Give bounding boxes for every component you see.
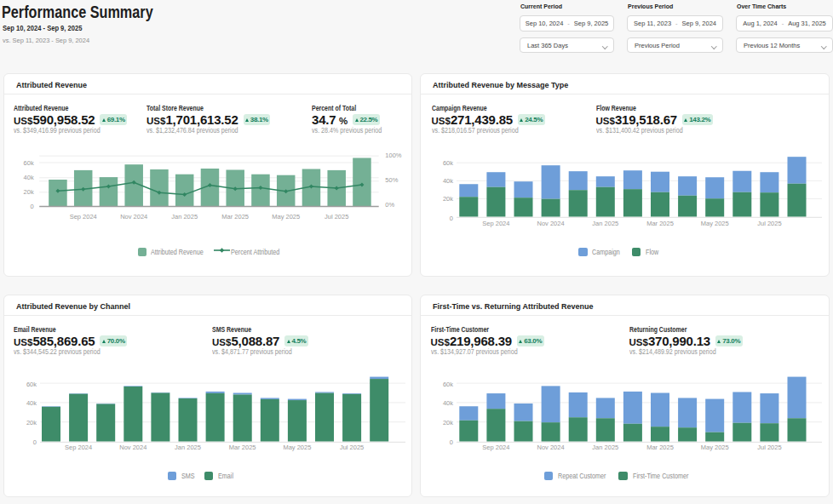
svg-text:Nov 2024: Nov 2024	[119, 444, 146, 451]
svg-text:Nov 2024: Nov 2024	[537, 220, 565, 227]
svg-text:Mar 2025: Mar 2025	[646, 220, 674, 227]
svg-text:40k: 40k	[443, 177, 453, 185]
svg-text:Jan 2025: Jan 2025	[171, 213, 198, 220]
svg-text:20k: 20k	[443, 195, 453, 203]
svg-text:60k: 60k	[443, 159, 453, 167]
svg-text:May 2025: May 2025	[701, 444, 729, 451]
svg-text:20k: 20k	[24, 188, 34, 196]
svg-text:Mar 2025: Mar 2025	[229, 444, 256, 451]
svg-text:Nov 2024: Nov 2024	[537, 444, 565, 451]
svg-text:0%: 0%	[385, 201, 394, 209]
svg-text:Jul 2025: Jul 2025	[757, 220, 781, 227]
svg-text:60k: 60k	[26, 381, 37, 388]
svg-text:Sep 2024: Sep 2024	[482, 220, 509, 227]
svg-text:Jan 2025: Jan 2025	[592, 444, 618, 451]
svg-text:Mar 2025: Mar 2025	[646, 444, 674, 451]
svg-text:Sep 2024: Sep 2024	[70, 213, 97, 220]
svg-text:0: 0	[31, 203, 34, 210]
svg-text:Mar 2025: Mar 2025	[221, 213, 249, 220]
svg-text:Jul 2025: Jul 2025	[340, 444, 364, 451]
svg-text:May 2025: May 2025	[283, 444, 311, 451]
svg-text:40k: 40k	[443, 399, 453, 407]
svg-text:40k: 40k	[24, 174, 34, 181]
svg-text:20k: 20k	[26, 419, 37, 427]
svg-text:Sep 2024: Sep 2024	[65, 444, 92, 451]
svg-text:60k: 60k	[24, 159, 34, 167]
svg-text:40k: 40k	[26, 399, 37, 407]
svg-text:Jul 2025: Jul 2025	[325, 213, 348, 220]
svg-text:May 2025: May 2025	[272, 213, 300, 220]
svg-text:May 2025: May 2025	[701, 220, 729, 227]
svg-text:0: 0	[450, 215, 453, 222]
svg-text:0: 0	[33, 438, 37, 446]
svg-text:20k: 20k	[443, 419, 453, 427]
svg-text:Jan 2025: Jan 2025	[592, 220, 618, 227]
svg-text:100%: 100%	[385, 152, 402, 159]
svg-text:0: 0	[450, 438, 453, 446]
svg-text:Jul 2025: Jul 2025	[757, 444, 781, 451]
svg-text:50%: 50%	[385, 176, 398, 184]
svg-text:Nov 2024: Nov 2024	[120, 213, 147, 220]
svg-text:Jan 2025: Jan 2025	[175, 444, 201, 451]
svg-text:60k: 60k	[443, 381, 453, 388]
svg-text:Sep 2024: Sep 2024	[482, 444, 509, 451]
